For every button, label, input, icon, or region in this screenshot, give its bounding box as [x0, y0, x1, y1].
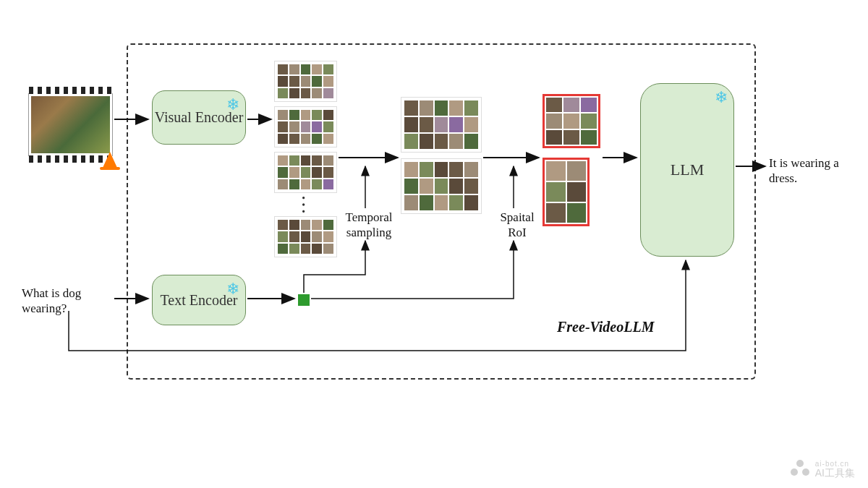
question-text: What is dog wearing? — [22, 286, 116, 317]
text-token — [298, 294, 310, 306]
llm-block: ❄ LLM — [640, 83, 734, 257]
frame-patches-n — [275, 217, 336, 257]
ellipsis-icon: … — [297, 194, 320, 216]
watermark-brand: AI工具集 — [815, 467, 855, 479]
vlc-icon — [103, 152, 117, 168]
temporal-sampling-label: Temporal sampling — [336, 210, 401, 241]
roi-frame-1 — [542, 94, 600, 148]
llm-label: LLM — [671, 160, 704, 179]
watermark: ai-bot.cn AI工具集 — [791, 461, 855, 478]
filmstrip-decor — [29, 87, 112, 94]
frame-patches-1 — [275, 61, 336, 101]
snowflake-icon: ❄ — [226, 95, 239, 114]
frame-patches-3 — [275, 153, 336, 192]
diagram-canvas: What is dog wearing? ❄ Visual Encoder ❄ … — [0, 0, 868, 488]
snowflake-icon: ❄ — [715, 88, 728, 107]
text-encoder-block: ❄ Text Encoder — [152, 275, 246, 325]
watermark-logo-icon — [791, 463, 809, 476]
snowflake-icon: ❄ — [226, 280, 239, 299]
visual-encoder-block: ❄ Visual Encoder — [152, 90, 246, 145]
system-name: Free-VideoLLM — [557, 318, 654, 336]
sampled-frame-1 — [401, 98, 481, 152]
video-input-thumbnail — [29, 94, 112, 155]
spatial-roi-label: Spaital RoI — [492, 210, 542, 241]
filmstrip-decor — [29, 155, 112, 163]
output-text: It is wearing a dress. — [769, 155, 856, 187]
roi-frame-2 — [542, 158, 590, 226]
sampled-frame-2 — [401, 159, 481, 213]
frame-patches-2 — [275, 107, 336, 147]
